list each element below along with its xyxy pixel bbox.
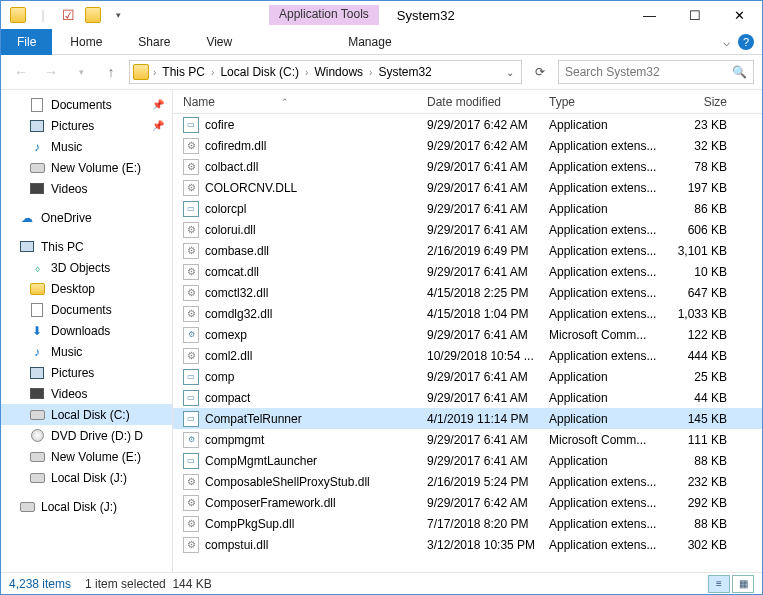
chevron-right-icon[interactable]: › — [305, 67, 308, 78]
tree-item[interactable]: Local Disk (C:) — [1, 404, 172, 425]
chevron-right-icon[interactable]: › — [211, 67, 214, 78]
tree-thispc[interactable]: This PC — [1, 236, 172, 257]
file-row[interactable]: ⚙colorui.dll 9/29/2017 6:41 AM Applicati… — [173, 219, 762, 240]
file-row[interactable]: ⚙ComposerFramework.dll 9/29/2017 6:42 AM… — [173, 492, 762, 513]
file-type: Application extens... — [549, 139, 667, 153]
file-row[interactable]: ⚙colbact.dll 9/29/2017 6:41 AM Applicati… — [173, 156, 762, 177]
breadcrumb[interactable]: Windows — [310, 65, 367, 79]
home-tab[interactable]: Home — [52, 31, 120, 53]
file-row[interactable]: ⚙COLORCNV.DLL 9/29/2017 6:41 AM Applicat… — [173, 177, 762, 198]
file-row[interactable]: ⚙cofiredm.dll 9/29/2017 6:42 AM Applicat… — [173, 135, 762, 156]
tree-item[interactable]: Documents📌 — [1, 94, 172, 115]
share-tab[interactable]: Share — [120, 31, 188, 53]
tree-item[interactable]: Videos — [1, 178, 172, 199]
tree-onedrive[interactable]: ☁OneDrive — [1, 207, 172, 228]
back-button[interactable]: ← — [9, 60, 33, 84]
search-icon: 🔍 — [732, 65, 747, 79]
file-row[interactable]: ⚙compmgmt 9/29/2017 6:41 AM Microsoft Co… — [173, 429, 762, 450]
status-selection: 1 item selected 144 KB — [85, 577, 212, 591]
chevron-right-icon[interactable]: › — [153, 67, 156, 78]
breadcrumb[interactable]: System32 — [374, 65, 435, 79]
tree-item[interactable]: ⬇Downloads — [1, 320, 172, 341]
maximize-button[interactable]: ☐ — [672, 1, 717, 29]
column-date[interactable]: Date modified — [427, 95, 549, 109]
tree-item[interactable]: New Volume (E:) — [1, 157, 172, 178]
details-view-button[interactable]: ≡ — [708, 575, 730, 593]
file-row[interactable]: ▭cofire 9/29/2017 6:42 AM Application 23… — [173, 114, 762, 135]
file-row[interactable]: ⚙ComposableShellProxyStub.dll 2/16/2019 … — [173, 471, 762, 492]
dll-icon: ⚙ — [183, 138, 199, 154]
pin-icon: 📌 — [152, 120, 164, 131]
file-name: comp — [205, 370, 234, 384]
file-name: comexp — [205, 328, 247, 342]
up-button[interactable]: ↑ — [99, 60, 123, 84]
tree-item[interactable]: Pictures — [1, 362, 172, 383]
tree-item[interactable]: Local Disk (J:) — [1, 496, 172, 517]
file-row[interactable]: ▭CompMgmtLauncher 9/29/2017 6:41 AM Appl… — [173, 450, 762, 471]
tree-item[interactable]: Documents — [1, 299, 172, 320]
file-row[interactable]: ▭colorcpl 9/29/2017 6:41 AM Application … — [173, 198, 762, 219]
file-name: compact — [205, 391, 250, 405]
address-dropdown-icon[interactable]: ⌄ — [502, 67, 518, 78]
column-name[interactable]: Name⌃ — [173, 95, 427, 109]
qat-properties-button[interactable]: ☑ — [57, 4, 79, 26]
file-row[interactable]: ⚙comcat.dll 9/29/2017 6:41 AM Applicatio… — [173, 261, 762, 282]
close-button[interactable]: ✕ — [717, 1, 762, 29]
ribbon-expand-icon[interactable]: ⌵ — [714, 35, 738, 49]
chevron-right-icon[interactable]: › — [369, 67, 372, 78]
tree-item[interactable]: Local Disk (J:) — [1, 467, 172, 488]
file-tab[interactable]: File — [1, 29, 52, 55]
file-row[interactable]: ⚙comdlg32.dll 4/15/2018 1:04 PM Applicat… — [173, 303, 762, 324]
forward-button[interactable]: → — [39, 60, 63, 84]
qat-folder-icon[interactable] — [7, 4, 29, 26]
file-name: comcat.dll — [205, 265, 259, 279]
file-rows[interactable]: ▭cofire 9/29/2017 6:42 AM Application 23… — [173, 114, 762, 572]
manage-tab[interactable]: Manage — [330, 31, 409, 53]
file-size: 444 KB — [667, 349, 727, 363]
file-date: 4/15/2018 1:04 PM — [427, 307, 549, 321]
recent-dropdown[interactable]: ▾ — [69, 60, 93, 84]
tree-item[interactable]: Videos — [1, 383, 172, 404]
breadcrumb[interactable]: This PC — [158, 65, 209, 79]
minimize-button[interactable]: — — [627, 1, 672, 29]
file-type: Application — [549, 454, 667, 468]
status-item-count: 4,238 items — [9, 577, 71, 591]
file-row[interactable]: ▭comp 9/29/2017 6:41 AM Application 25 K… — [173, 366, 762, 387]
file-type: Microsoft Comm... — [549, 433, 667, 447]
refresh-button[interactable]: ⟳ — [528, 65, 552, 79]
dll-icon: ⚙ — [183, 222, 199, 238]
file-row[interactable]: ⚙CompPkgSup.dll 7/17/2018 8:20 PM Applic… — [173, 513, 762, 534]
tree-item[interactable]: ♪Music — [1, 136, 172, 157]
titlebar: | ☑ ▾ Application Tools System32 — ☐ ✕ — [1, 1, 762, 29]
thumbnails-view-button[interactable]: ▦ — [732, 575, 754, 593]
file-row[interactable]: ⚙comexp 9/29/2017 6:41 AM Microsoft Comm… — [173, 324, 762, 345]
qat-dropdown[interactable]: ▾ — [107, 4, 129, 26]
file-type: Microsoft Comm... — [549, 328, 667, 342]
file-row[interactable]: ⚙coml2.dll 10/29/2018 10:54 ... Applicat… — [173, 345, 762, 366]
file-row[interactable]: ⚙comctl32.dll 4/15/2018 2:25 PM Applicat… — [173, 282, 762, 303]
sort-asc-icon: ⌃ — [281, 97, 289, 107]
file-date: 9/29/2017 6:41 AM — [427, 433, 549, 447]
column-size[interactable]: Size — [667, 95, 727, 109]
file-row[interactable]: ▭compact 9/29/2017 6:41 AM Application 4… — [173, 387, 762, 408]
file-name: comctl32.dll — [205, 286, 268, 300]
file-date: 2/16/2019 6:49 PM — [427, 244, 549, 258]
tree-item[interactable]: ♪Music — [1, 341, 172, 362]
column-type[interactable]: Type — [549, 95, 667, 109]
tree-item[interactable]: Pictures📌 — [1, 115, 172, 136]
qat-new-folder-button[interactable] — [82, 4, 104, 26]
address-bar[interactable]: › This PC › Local Disk (C:) › Windows › … — [129, 60, 522, 84]
view-tab[interactable]: View — [188, 31, 250, 53]
tree-item[interactable]: ⬨3D Objects — [1, 257, 172, 278]
file-type: Application extens... — [549, 517, 667, 531]
breadcrumb[interactable]: Local Disk (C:) — [216, 65, 303, 79]
file-row[interactable]: ⚙combase.dll 2/16/2019 6:49 PM Applicati… — [173, 240, 762, 261]
tree-item[interactable]: New Volume (E:) — [1, 446, 172, 467]
file-row[interactable]: ⚙compstui.dll 3/12/2018 10:35 PM Applica… — [173, 534, 762, 555]
tree-item[interactable]: Desktop — [1, 278, 172, 299]
help-icon[interactable]: ? — [738, 34, 754, 50]
dll-icon: ⚙ — [183, 474, 199, 490]
tree-item[interactable]: DVD Drive (D:) D — [1, 425, 172, 446]
search-box[interactable]: Search System32 🔍 — [558, 60, 754, 84]
file-row[interactable]: ▭CompatTelRunner 4/1/2019 11:14 PM Appli… — [173, 408, 762, 429]
